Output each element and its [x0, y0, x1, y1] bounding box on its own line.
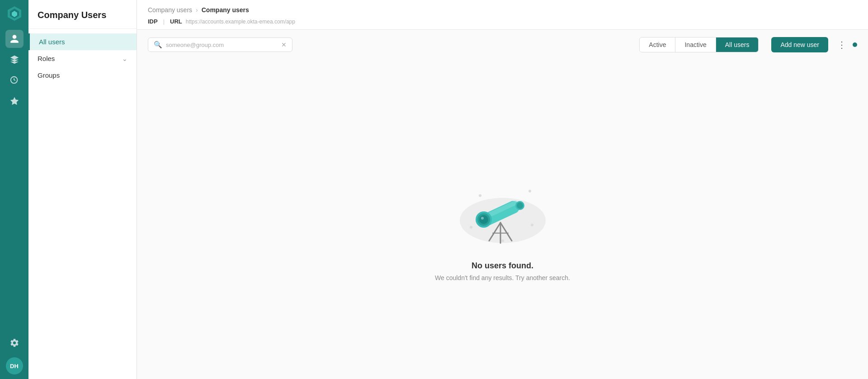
breadcrumb-parent[interactable]: Company users [148, 6, 192, 14]
sidebar-item-roles[interactable]: Roles ⌄ [28, 50, 137, 67]
idp-label: IDP [148, 18, 158, 25]
svg-point-18 [531, 224, 533, 226]
idp-divider: | [163, 18, 165, 25]
user-avatar[interactable]: DH [6, 357, 23, 374]
url-label: URL [170, 18, 182, 25]
clear-icon[interactable]: ✕ [281, 41, 287, 48]
page-header: Company users › Company users IDP | URL … [137, 0, 868, 30]
nav-analytics-icon[interactable] [5, 71, 24, 89]
svg-point-17 [528, 190, 531, 192]
telescope-illustration [453, 157, 552, 248]
status-dot [853, 42, 857, 47]
sidebar: Company Users All users Roles ⌄ Groups [28, 0, 137, 379]
svg-point-19 [470, 226, 472, 229]
settings-icon[interactable] [5, 334, 24, 352]
svg-point-13 [481, 217, 484, 220]
search-box[interactable]: 🔍 ✕ [148, 37, 292, 52]
idp-row: IDP | URL https://accounts.example.okta-… [148, 18, 857, 29]
empty-state: No users found. We couldn't find any res… [137, 60, 868, 379]
sidebar-item-label: All users [39, 38, 65, 46]
sidebar-menu: All users Roles ⌄ Groups [28, 29, 137, 88]
nav-integrations-icon[interactable] [5, 51, 24, 69]
nav-modules-icon[interactable] [5, 92, 24, 110]
empty-state-subtitle: We couldn't find any results. Try anothe… [435, 274, 570, 281]
sidebar-title: Company Users [28, 0, 137, 29]
search-icon: 🔍 [154, 41, 162, 49]
svg-point-20 [501, 239, 504, 242]
sidebar-item-label: Roles [38, 55, 55, 62]
svg-point-15 [517, 202, 523, 209]
svg-point-12 [479, 215, 488, 224]
bottom-nav: DH [5, 334, 24, 374]
toolbar: 🔍 ✕ Active Inactive All users Add new us… [137, 30, 868, 60]
add-user-button[interactable]: Add new user [771, 37, 828, 52]
filter-tabs: Active Inactive All users [639, 37, 759, 52]
tab-all-users[interactable]: All users [716, 37, 759, 52]
more-options-icon[interactable]: ⋮ [837, 39, 846, 50]
sidebar-item-all-users[interactable]: All users [28, 33, 137, 50]
url-value: https://accounts.example.okta-emea.com/a… [186, 19, 295, 25]
nav-users-icon[interactable] [5, 30, 24, 48]
main-content: Company users › Company users IDP | URL … [137, 0, 868, 379]
sidebar-item-label: Groups [38, 71, 60, 79]
chevron-down-icon: ⌄ [122, 55, 127, 62]
sidebar-item-groups[interactable]: Groups [28, 67, 137, 84]
svg-point-3 [460, 198, 546, 243]
breadcrumb-current: Company users [202, 6, 249, 14]
icon-nav: DH [0, 0, 28, 379]
empty-state-title: No users found. [472, 261, 533, 271]
app-logo[interactable] [5, 5, 24, 23]
search-input[interactable] [166, 42, 278, 48]
breadcrumb-separator: › [196, 6, 198, 14]
svg-point-16 [479, 194, 481, 197]
tab-active[interactable]: Active [640, 37, 675, 52]
breadcrumb: Company users › Company users [148, 6, 857, 14]
tab-inactive[interactable]: Inactive [675, 37, 716, 52]
